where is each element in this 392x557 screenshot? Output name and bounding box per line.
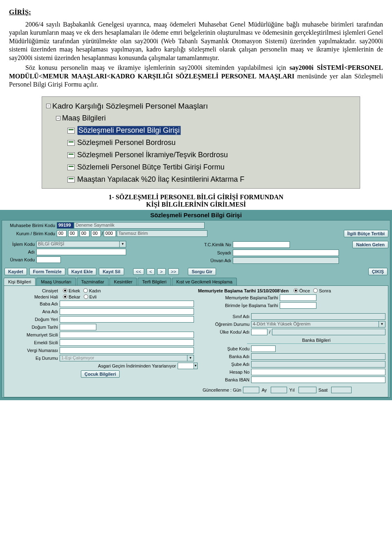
soyadi-field[interactable] [233, 250, 339, 256]
tab-maas-unsurlari[interactable]: Maaş Unsurları [36, 278, 76, 285]
hesap-field[interactable] [251, 369, 385, 375]
radio-erkek[interactable] [63, 288, 67, 293]
lbl-guncel: Güncellenme : Gün [198, 388, 243, 392]
opt-bekar: Bekar [69, 294, 80, 299]
tab-kist[interactable]: Kıst ve Gecikmeli Hesplama [172, 278, 237, 285]
kurum3[interactable]: 00 [80, 230, 89, 237]
islem-kodu[interactable]: BİLGİ GİRİŞİ [36, 241, 120, 247]
lbl-medeni: Medeni Hali [7, 294, 60, 299]
birimde-field[interactable] [280, 302, 316, 309]
nav-last-button[interactable]: >> [168, 268, 179, 275]
subekod-field[interactable] [251, 345, 276, 352]
vergi-field[interactable] [60, 347, 194, 354]
nav-next-button[interactable]: > [157, 268, 165, 275]
tab-tazminatlar[interactable]: Tazminatlar [77, 278, 109, 285]
lbl-muhasebe: Muhasebe Birimi Kodu [4, 223, 57, 228]
tc-field[interactable] [233, 241, 290, 248]
section-heading-b: KİŞİ BİLGİLERİNİN GİRİLMESİ [146, 201, 246, 208]
lbl-adi: Adı [4, 250, 36, 254]
tree-group[interactable]: − Maaş Bilgileri [56, 112, 357, 125]
radio-sonra[interactable] [313, 288, 318, 293]
radio-once[interactable] [294, 288, 298, 293]
unvan-kodu-field[interactable] [36, 256, 61, 263]
chevron-down-icon[interactable]: ▼ [194, 363, 198, 369]
ulke-kod-field[interactable] [251, 329, 267, 335]
tree-group-label: Maaş Bilgileri [62, 114, 106, 123]
memsicil-field[interactable] [60, 332, 194, 338]
collapse-icon[interactable]: − [56, 116, 60, 120]
paragraph-2: Söz konusu personelin maaş ve ikramiye i… [9, 64, 383, 89]
kurum4[interactable]: 00 [91, 230, 101, 237]
collapse-icon[interactable]: − [46, 104, 51, 108]
opt-sonra: Sonra [319, 288, 331, 293]
lbl-memsicil: Memuriyet Sicili [7, 332, 60, 337]
tree-item-selected[interactable]: Sözleşmeli Personel Bilgi Girişi [67, 125, 357, 137]
baba-field[interactable] [60, 301, 194, 307]
lbl-baba: Baba Adı [7, 301, 60, 306]
slash: / [102, 231, 103, 236]
muhasebe-kod[interactable]: 99199 [57, 222, 74, 229]
dogumyeri-field[interactable] [60, 316, 194, 323]
ogrenim-field[interactable]: 4-Dört Yıllık Yüksek Öğrenim [251, 321, 379, 328]
nav-prev-button[interactable]: < [147, 268, 155, 275]
emsicil-field[interactable] [60, 339, 194, 346]
tab-kisi-bilgileri[interactable]: Kişi Bilgileri [4, 278, 36, 285]
form-temizle-button[interactable]: Form Temizle [29, 268, 65, 275]
section-heading: 1- SÖZLEŞMELİ PERSONEL BİLGİ GİRİŞİ FORM… [9, 194, 383, 208]
radio-evli[interactable] [84, 294, 88, 299]
tab-bar: Kişi Bilgileri Maaş Unsurları Tazminatla… [4, 278, 388, 286]
form-icon [67, 165, 75, 170]
kayit-sil-button[interactable]: Kayıt Sil [99, 268, 124, 275]
kurum5[interactable]: 000 [104, 230, 116, 237]
sinif-field [251, 313, 385, 320]
banka-heading: Banka Bilgileri [247, 337, 385, 344]
tree-item[interactable]: Sözleşmeli Personel Bordrosu [67, 137, 357, 149]
lbl-dogumtarihi: Doğum Tarihi [7, 325, 60, 330]
lbl-memstart: Memuriyete Başlama Tarihi 15/10/2008'den [198, 288, 290, 293]
lbl-birimde: Birimde İşe Başlama Tarihi [198, 303, 280, 308]
tree-item[interactable]: Sözleşmeli Personel İkramiye/Teşvik Bord… [67, 149, 357, 161]
lbl-unvan: Ünvan Kodu [4, 257, 36, 262]
lbl-hesap: Hesap No [198, 370, 251, 374]
tab-kesintiler[interactable]: Kesintiler [109, 278, 137, 285]
iban-field[interactable] [251, 377, 385, 383]
yil-field [298, 387, 316, 393]
radio-kadin[interactable] [83, 288, 88, 293]
tree-root[interactable]: − Kadro Karşılığı Sözleşmeli Personel Ma… [46, 100, 357, 112]
cikis-button[interactable]: ÇIKIŞ [368, 268, 388, 275]
kayit-ekle-button[interactable]: Kayıt Ekle [68, 268, 97, 275]
tree-item-label: Maaştan Yapılacak %20 İlaç Kesintilerini… [77, 175, 245, 184]
kurum2[interactable]: 00 [68, 230, 78, 237]
lbl-ogrenim: Öğrenim Durumu [198, 322, 251, 327]
lbl-saat: Saat [316, 388, 331, 392]
lbl-emsicil: Emekli Sicili [7, 340, 60, 345]
radio-bekar[interactable] [63, 294, 67, 299]
sorgu-gir-button[interactable]: Sorgu Gir [188, 268, 216, 275]
ulke-slash: / [269, 330, 270, 334]
form-screenshot: Sözleşmeli Personel Bilgi Girişi Muhaseb… [0, 210, 392, 400]
cocuk-bilgileri-button[interactable]: Çocuk Bilgileri [81, 370, 120, 378]
chevron-down-icon[interactable]: ▼ [379, 321, 385, 328]
ana-field[interactable] [60, 308, 194, 315]
adi-field[interactable] [36, 249, 126, 255]
tab-terfi[interactable]: Terfi Bilgileri [138, 278, 171, 285]
tree-item[interactable]: Maaştan Yapılacak %20 İlaç Kesintilerini… [67, 174, 357, 186]
ilgili-butce-button[interactable]: İlgili Bütçe Tertibi [344, 230, 388, 237]
tree-item-label: Sözlemeli Personel Bütçe Tertibi Girişi … [77, 163, 225, 172]
paragraph-1: 2006/4 sayılı Başbakanlık Genelgesi uyar… [9, 20, 383, 62]
chevron-down-icon[interactable]: ▼ [120, 241, 126, 247]
kurum1[interactable]: 00 [57, 230, 67, 237]
opt-evli: Evli [89, 294, 97, 299]
naklen-gelen-button[interactable]: Naklen Gelen [352, 241, 388, 248]
tree-item-label: Sözleşmeli Personel Bordrosu [77, 138, 176, 147]
membaslama-field[interactable] [280, 294, 316, 301]
dogumtarihi-field[interactable] [60, 324, 96, 330]
esdurumu-field[interactable]: 1-Eşi Çalışmıyor [60, 355, 187, 361]
muhasebe-ad: Deneme Saymanlik [74, 222, 205, 229]
lbl-unvanadi: Ünvan Adı [196, 258, 233, 263]
chevron-down-icon[interactable]: ▼ [187, 355, 194, 361]
nav-first-button[interactable]: << [133, 268, 144, 275]
asgari-field[interactable] [178, 363, 194, 369]
kaydet-button[interactable]: Kaydet [4, 268, 27, 275]
tree-item[interactable]: Sözlemeli Personel Bütçe Tertibi Girişi … [67, 161, 357, 174]
